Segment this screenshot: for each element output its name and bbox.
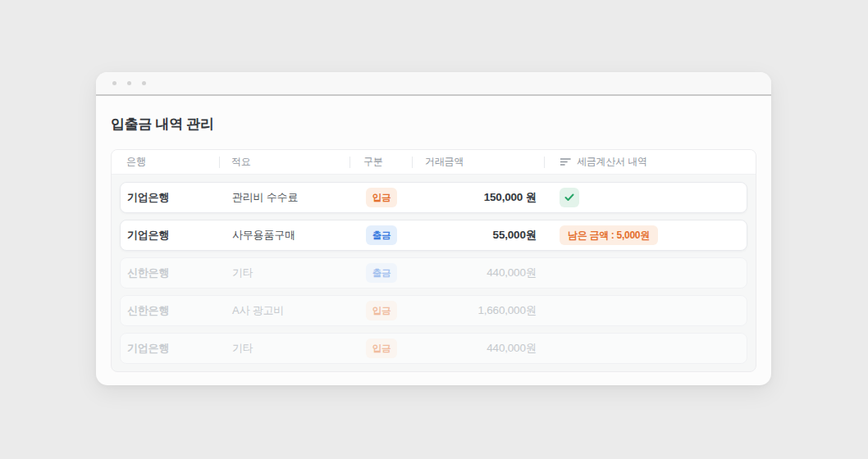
transactions-table: 은행 적요 구분 거래금액 세금계산서 내역 기업은행 관리비 수수료 [111,149,756,372]
cell-type: 출금 [350,263,413,283]
deposit-badge: 입금 [366,188,397,207]
cell-bank: 신한은행 [121,266,220,280]
cell-type: 입금 [350,301,413,320]
window-dot-icon[interactable] [142,81,146,85]
column-header-amount: 거래금액 [412,150,544,174]
withdrawal-badge: 출금 [366,225,397,245]
window-dot-icon[interactable] [112,81,116,85]
table-row[interactable]: 신한은행 기타 출금 440,000원 [120,257,747,289]
table-row[interactable]: 기업은행 사무용품구매 출금 55,000원 남은 금액 : 5,000원 [120,220,747,251]
app-window: 입출금 내역 관리 은행 적요 구분 거래금액 세금계산서 내역 [96,72,771,385]
cell-desc: A사 광고비 [220,303,350,318]
cell-bank: 신한은행 [121,303,220,318]
remaining-amount-badge: 남은 금액 : 5,000원 [560,225,658,245]
cell-desc: 관리비 수수료 [220,190,350,205]
page-title: 입출금 내역 관리 [111,115,756,134]
table-header: 은행 적요 구분 거래금액 세금계산서 내역 [112,150,756,175]
window-dot-icon[interactable] [127,81,131,85]
cell-bank: 기업은행 [121,228,220,243]
cell-amount: 440,000원 [413,266,545,280]
table-row[interactable]: 기업은행 관리비 수수료 입금 150,000 원 [120,182,747,213]
cell-amount: 1,660,000원 [413,303,545,318]
table-row[interactable]: 기업은행 기타 입금 440,000원 [120,333,747,364]
window-controls [112,81,146,85]
cell-amount: 150,000 원 [413,190,545,205]
cell-desc: 기타 [220,341,350,356]
cell-type: 입금 [350,188,413,207]
window-titlebar [96,72,771,96]
check-icon [564,193,574,202]
deposit-badge: 입금 [366,339,397,358]
cell-desc: 기타 [220,266,350,280]
cell-tax [545,188,747,207]
table-body: 기업은행 관리비 수수료 입금 150,000 원 기업은행 사무용품구매 [112,175,756,371]
column-header-bank: 은행 [120,150,219,174]
cell-desc: 사무용품구매 [220,228,350,243]
tax-invoice-check-badge [560,188,579,207]
column-header-desc: 적요 [219,150,349,174]
cell-amount: 440,000원 [413,341,545,356]
cell-type: 입금 [350,339,413,358]
filter-lines-icon[interactable] [560,157,571,166]
withdrawal-badge: 출금 [366,263,397,283]
cell-tax: 남은 금액 : 5,000원 [545,225,747,245]
column-header-type: 구분 [349,150,412,174]
cell-amount: 55,000원 [413,228,545,243]
deposit-badge: 입금 [366,301,397,320]
table-row[interactable]: 신한은행 A사 광고비 입금 1,660,000원 [120,295,747,326]
column-header-tax-label: 세금계산서 내역 [577,155,647,169]
cell-bank: 기업은행 [121,190,220,205]
cell-type: 출금 [350,225,413,245]
column-header-tax: 세금계산서 내역 [544,150,747,174]
cell-bank: 기업은행 [121,341,220,356]
